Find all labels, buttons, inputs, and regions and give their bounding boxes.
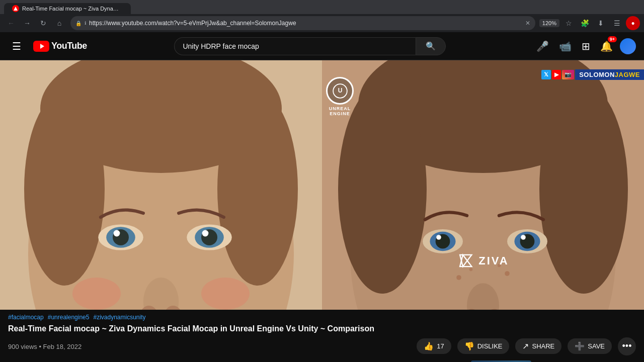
svg-point-18: [202, 230, 209, 237]
browser-toolbar: ← → ↻ ⌂ 🔒 ℹ https://www.youtube.com/watc…: [0, 14, 644, 32]
ziva-text: ZIVA: [478, 254, 509, 267]
header-right: 🎤 📹 ⊞ 🔔 9+: [533, 37, 636, 55]
lock-icon: 🔒: [75, 21, 82, 26]
extensions2-button[interactable]: ☰: [610, 16, 624, 30]
youtube-logo[interactable]: YouTube: [33, 41, 87, 52]
hashtag-facialmocap[interactable]: #facialmocap: [8, 314, 44, 321]
search-input[interactable]: [183, 42, 408, 50]
url-clear[interactable]: ✕: [525, 20, 530, 27]
svg-point-48: [505, 271, 510, 276]
svg-point-14: [114, 230, 120, 237]
svg-marker-1: [40, 44, 44, 49]
reload-button[interactable]: ↻: [36, 16, 50, 30]
bookmark-button[interactable]: ☆: [561, 16, 576, 30]
solomon-overlay: 𝕏 ▶ 📷 SOLOMONJAGWE: [541, 69, 644, 80]
browser-tabs: Real-Time Facial mocap ~ Ziva Dynamics..…: [0, 0, 644, 14]
url-text: https://www.youtube.com/watch?v=5-eVmPrj…: [89, 20, 522, 27]
share-label: SHARE: [532, 342, 554, 350]
svg-point-46: [456, 275, 461, 280]
youtube-logo-text: YouTube: [51, 41, 87, 51]
mic-button[interactable]: 🎤: [533, 37, 552, 55]
svg-text:U: U: [338, 87, 342, 94]
svg-point-9: [24, 93, 105, 286]
video-player[interactable]: U UNREALENGINE 𝕏 ▶ 📷: [0, 60, 644, 310]
hashtag-unrealengine5[interactable]: #unrealengine5: [48, 314, 90, 321]
search-container: 🔍: [95, 37, 525, 55]
share-button[interactable]: ↗ SHARE: [515, 338, 561, 354]
back-button[interactable]: ←: [4, 16, 18, 30]
download-button[interactable]: ⬇: [594, 16, 608, 30]
share-icon: ↗: [522, 341, 529, 351]
extensions-button[interactable]: 🧩: [578, 16, 592, 30]
ziva-icon: [457, 252, 474, 269]
profile-button[interactable]: ●: [626, 16, 640, 30]
svg-point-40: [521, 235, 526, 240]
video-frame: U UNREALENGINE 𝕏 ▶ 📷: [0, 60, 644, 310]
unreal-logo-overlay: U UNREALENGINE: [322, 73, 358, 120]
menu-button[interactable]: ☰: [8, 36, 25, 56]
svg-point-36: [436, 235, 441, 240]
like-button[interactable]: 👍 17: [417, 338, 451, 354]
search-button[interactable]: 🔍: [416, 37, 446, 55]
tab-favicon: [12, 5, 19, 12]
hashtag-zivadynamicsunity[interactable]: #zivadynamicsunity: [93, 314, 145, 321]
twitter-icon: 𝕏: [541, 70, 551, 79]
toolbar-right: 120% ☆ 🧩 ⬇ ☰ ●: [539, 16, 640, 30]
forward-button[interactable]: →: [20, 16, 34, 30]
video-meta: 900 views • Feb 18, 2022: [8, 343, 82, 350]
tab-title: Real-Time Facial mocap ~ Ziva Dynamics..…: [22, 6, 123, 12]
search-bar: [174, 37, 416, 55]
hashtags-row: #facialmocap #unrealengine5 #zivadynamic…: [8, 314, 636, 321]
unreal-text: UNREALENGINE: [329, 106, 351, 116]
unreal-engine-icon: U: [333, 83, 348, 99]
browser-chrome: Real-Time Facial mocap ~ Ziva Dynamics..…: [0, 0, 644, 32]
more-button[interactable]: •••: [618, 337, 636, 355]
ziva-overlay: ZIVA: [457, 252, 509, 269]
youtube-header: ☰ YouTube 🔍 🎤 📹 ⊞ 🔔 9+: [0, 32, 644, 60]
notification-badge: 9+: [608, 36, 617, 42]
svg-point-10: [217, 93, 298, 286]
youtube-logo-icon: [33, 41, 49, 52]
user-avatar[interactable]: [620, 38, 636, 54]
youtube-social-icon: ▶: [552, 70, 561, 79]
action-buttons: 👍 17 👎 DISLIKE ↗ SHARE ➕: [417, 337, 636, 355]
svg-marker-0: [14, 7, 18, 11]
upload-button[interactable]: 📹: [556, 37, 575, 55]
apps-button[interactable]: ⊞: [579, 37, 593, 55]
video-title: Real-Time Facial mocap ~ Ziva Dynamics F…: [8, 324, 636, 334]
video-right-panel: U UNREALENGINE 𝕏 ▶ 📷: [322, 60, 644, 310]
face-svg-right: [322, 60, 644, 310]
dislike-button[interactable]: 👎 DISLIKE: [457, 338, 510, 354]
notification-container: 🔔 9+: [597, 37, 616, 55]
chip-row: 900 views • Feb 18, 2022: [8, 343, 82, 350]
dislike-icon: 👎: [464, 341, 474, 351]
like-icon: 👍: [424, 341, 434, 351]
save-label: SAVE: [588, 342, 605, 350]
svg-point-32: [539, 84, 628, 294]
svg-point-25: [201, 278, 250, 310]
main-content: U UNREALENGINE 𝕏 ▶ 📷: [0, 60, 644, 362]
dislike-label: DISLIKE: [477, 342, 503, 350]
video-info-bar: #facialmocap #unrealengine5 #zivadynamic…: [0, 310, 644, 362]
video-container[interactable]: U UNREALENGINE 𝕏 ▶ 📷: [0, 60, 644, 310]
svg-point-24: [72, 278, 121, 310]
face-svg-left: [0, 60, 322, 310]
save-icon: ➕: [575, 341, 585, 351]
instagram-icon: 📷: [562, 70, 574, 79]
info-icon: ℹ: [85, 21, 86, 26]
home-button[interactable]: ⌂: [52, 16, 66, 30]
address-bar[interactable]: 🔒 ℹ https://www.youtube.com/watch?v=5-eV…: [70, 16, 535, 30]
youtube-app: ☰ YouTube 🔍 🎤 📹 ⊞ 🔔 9+: [0, 32, 644, 362]
like-count: 17: [437, 342, 444, 350]
save-button[interactable]: ➕ SAVE: [568, 338, 612, 354]
active-tab[interactable]: Real-Time Facial mocap ~ Ziva Dynamics..…: [4, 3, 131, 14]
solomon-name: SOLOMONJAGWE: [575, 69, 644, 80]
zoom-level: 120%: [539, 19, 559, 27]
video-left-panel: [0, 60, 322, 310]
